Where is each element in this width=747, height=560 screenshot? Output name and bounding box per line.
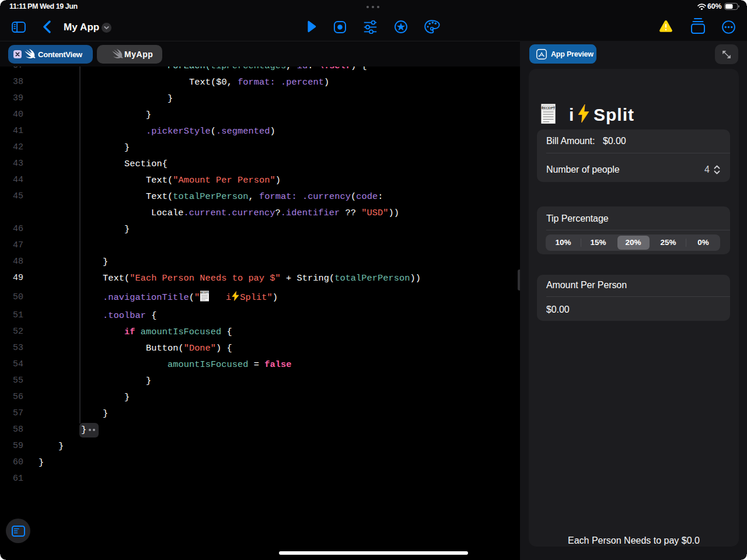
svg-text:RECEIPT: RECEIPT [200,292,210,294]
svg-text:RECEIPT: RECEIPT [542,106,556,110]
